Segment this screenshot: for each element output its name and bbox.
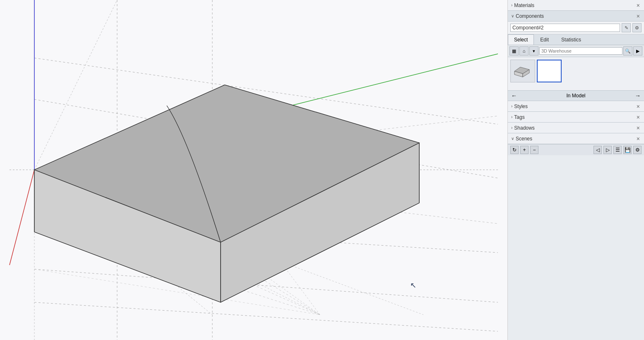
scenes-add-button[interactable]: + — [520, 146, 529, 154]
search-button[interactable]: 🔍 — [623, 46, 632, 55]
styles-close-button[interactable]: × — [636, 104, 641, 109]
scenes-refresh-button[interactable]: ↻ — [510, 146, 519, 154]
scenes-chevron[interactable]: ∨ — [511, 136, 514, 141]
tab-statistics[interactable]: Statistics — [555, 34, 587, 45]
scenes-list-button[interactable]: ☰ — [613, 146, 622, 154]
tags-panel-header: › Tags × — [508, 112, 644, 123]
scenes-panel-header: ∨ Scenes × — [508, 133, 644, 144]
components-chevron[interactable]: ∨ — [511, 14, 514, 18]
shadows-panel-header: › Shadows × — [508, 123, 644, 133]
nav-dropdown-button[interactable]: ▾ — [529, 46, 538, 55]
grid-view-button[interactable]: ▦ — [509, 46, 519, 55]
scenes-close-button[interactable]: × — [636, 136, 641, 142]
scenes-settings-button[interactable]: ⚙ — [633, 146, 642, 154]
tab-select[interactable]: Select — [508, 34, 534, 45]
components-title: Components — [516, 13, 544, 19]
materials-close-button[interactable]: × — [636, 2, 641, 8]
scenes-title: Scenes — [516, 136, 532, 142]
in-model-label: In Model — [566, 93, 585, 99]
materials-panel-header: › Materials × — [508, 0, 644, 11]
component-options-icon[interactable]: ⚙ — [632, 23, 642, 32]
shadows-title: Shadows — [514, 125, 534, 131]
svg-text:↖: ↖ — [410, 281, 416, 289]
component-name-row: ✎ ⚙ — [508, 22, 644, 34]
tab-edit[interactable]: Edit — [534, 34, 555, 45]
tags-chevron[interactable]: › — [511, 115, 512, 119]
component-thumbnail-1[interactable] — [510, 60, 535, 82]
scenes-toolbar: ↻ + − ◁ ▷ ☰ 💾 ⚙ — [508, 144, 644, 155]
shadows-chevron[interactable]: › — [511, 125, 512, 130]
materials-title: Materials — [514, 2, 534, 8]
materials-chevron[interactable]: › — [511, 3, 512, 7]
component-edit-icon[interactable]: ✎ — [622, 23, 631, 32]
shadows-close-button[interactable]: × — [636, 125, 641, 131]
in-model-row: ← In Model → — [508, 90, 644, 101]
right-panel: › Materials × ∨ Components × ✎ ⚙ Select … — [507, 0, 644, 340]
components-close-button[interactable]: × — [636, 13, 641, 19]
in-model-back-arrow[interactable]: ← — [511, 92, 517, 99]
scenes-save-button[interactable]: 💾 — [623, 146, 632, 154]
component-name-input[interactable] — [510, 24, 620, 32]
scenes-nav-right-button[interactable]: ▷ — [603, 146, 612, 154]
tags-title: Tags — [514, 114, 524, 120]
bottom-panels: › Styles × › Tags × › Shadows × ∨ Sc — [508, 101, 644, 340]
3d-viewport[interactable]: ↖ — [0, 0, 507, 340]
component-thumbnail-2[interactable] — [537, 60, 562, 82]
scenes-nav-left-button[interactable]: ◁ — [594, 146, 602, 154]
components-tabs: Select Edit Statistics — [508, 34, 644, 45]
thumbnails-area — [508, 57, 644, 90]
search-options-button[interactable]: ▶ — [633, 46, 642, 55]
components-toolbar: ▦ ⌂ ▾ 🔍 ▶ — [508, 45, 644, 57]
tags-close-button[interactable]: × — [636, 114, 641, 120]
search-input[interactable] — [539, 47, 622, 55]
styles-panel-header: › Styles × — [508, 101, 644, 112]
components-panel-header: ∨ Components × — [508, 11, 644, 22]
styles-title: Styles — [514, 104, 528, 109]
scenes-remove-button[interactable]: − — [530, 146, 538, 154]
styles-chevron[interactable]: › — [511, 104, 512, 109]
in-model-forward-arrow[interactable]: → — [635, 92, 641, 99]
home-button[interactable]: ⌂ — [519, 46, 529, 55]
